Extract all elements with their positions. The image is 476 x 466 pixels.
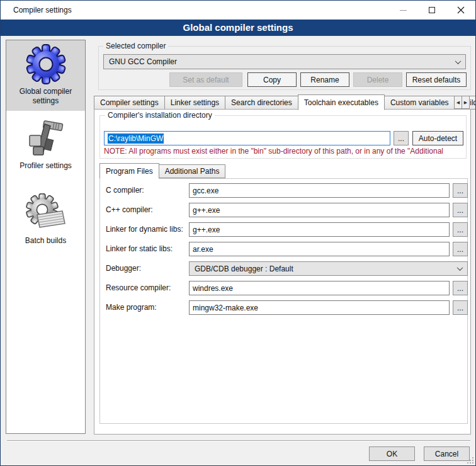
copy-button[interactable]: Copy [247,72,297,87]
toolchain-subtabstrip: Program Files Additional Paths [99,162,225,178]
static-linker-browse-button[interactable]: ... [453,242,468,256]
sidebar-item-global-compiler-settings[interactable]: Global compiler settings [6,40,85,111]
make-program-input[interactable]: mingw32-make.exe [189,300,450,315]
cancel-button[interactable]: Cancel [424,446,470,461]
selected-compiler-group-label: Selected compiler [103,42,168,50]
footer-divider [7,440,470,441]
auto-detect-button[interactable]: Auto-detect [412,131,463,145]
resource-compiler-value: windres.exe [193,284,233,293]
c-compiler-browse-button[interactable]: ... [453,183,468,198]
chevron-down-icon [457,264,463,271]
static-linker-value: ar.exe [193,245,213,254]
tab-linker-settings[interactable]: Linker settings [164,96,225,110]
gray-gear-papers-icon [26,193,66,234]
ok-button[interactable]: OK [369,446,415,461]
rename-button[interactable]: Rename [300,72,349,87]
compiler-select[interactable]: GNU GCC Compiler [103,54,466,69]
set-as-default-button[interactable]: Set as default [169,72,242,87]
dynamic-linker-browse-button[interactable]: ... [453,222,468,237]
blue-gear-icon [26,44,66,84]
titlebar[interactable]: Compiler settings [1,1,475,20]
subtab-additional-paths[interactable]: Additional Paths [159,164,226,178]
make-program-browse-button[interactable]: ... [453,300,468,315]
cpp-compiler-label: C++ compiler: [106,205,153,214]
chevron-down-icon [455,58,462,64]
cpp-compiler-input[interactable]: g++.exe [189,203,450,217]
cpp-compiler-value: g++.exe [193,206,220,215]
dialog-heading: Global compiler settings [1,20,475,36]
arrow-left-icon: ◀ [456,100,460,105]
bin-subdirectory-note: NOTE: All programs must exist either in … [104,147,464,156]
compiler-settings-dialog: Compiler settings Global compiler settin… [0,0,476,466]
arrow-right-icon: ▶ [464,100,467,105]
tab-toolchain-executables[interactable]: Toolchain executables [298,94,385,110]
installation-directory-group-label: Compiler's installation directory [105,111,215,120]
tab-scroll-right-button[interactable]: ▶ [462,96,470,109]
dynamic-linker-label: Linker for dynamic libs: [106,225,183,234]
dynamic-linker-value: g++.exe [193,225,220,234]
sidebar-item-label: Profiler settings [16,159,76,176]
maximize-button[interactable] [417,1,446,20]
resize-grip[interactable] [467,457,473,463]
c-compiler-value: gcc.exe [193,186,218,195]
sidebar-item-label: Batch builds [21,234,70,251]
debugger-value: GDB/CDB debugger : Default [195,264,454,273]
make-program-label: Make program: [106,303,157,312]
sidebar-item-label: Global compiler settings [6,84,85,111]
compiler-select-value: GNU GCC Compiler [109,57,452,66]
debugger-label: Debugger: [106,264,141,273]
delete-button[interactable]: Delete [353,72,402,87]
tab-compiler-settings[interactable]: Compiler settings [94,96,165,110]
resource-compiler-browse-button[interactable]: ... [453,281,468,295]
resource-compiler-input[interactable]: windres.exe [189,281,450,295]
maximize-icon [429,7,435,13]
installation-directory-input[interactable]: C:\raylib\MinGW [104,131,390,145]
dynamic-linker-input[interactable]: g++.exe [189,222,450,237]
subtab-program-files[interactable]: Program Files [99,163,159,179]
tab-custom-variables[interactable]: Custom variables [384,96,455,110]
sidebar-item-batch-builds[interactable]: Batch builds [6,190,85,251]
cpp-compiler-browse-button[interactable]: ... [453,203,468,217]
make-program-value: mingw32-make.exe [193,304,258,312]
tab-search-directories[interactable]: Search directories [225,96,298,110]
browse-directory-button[interactable]: ... [394,131,409,145]
minimize-icon [400,10,407,11]
minimize-button[interactable] [388,1,417,20]
toolchain-executables-page: Compiler's installation directory C:\ray… [94,109,471,435]
resource-compiler-label: Resource compiler: [106,283,171,292]
static-linker-label: Linker for static libs: [106,244,173,253]
tab-scroll-arrows: ◀ ▶ [455,96,470,109]
c-compiler-label: C compiler: [106,186,144,195]
close-icon [457,6,465,14]
debugger-select[interactable]: GDB/CDB debugger : Default [189,261,468,276]
c-compiler-input[interactable]: gcc.exe [189,183,450,198]
static-linker-input[interactable]: ar.exe [189,242,450,256]
window-title: Compiler settings [1,6,72,14]
sidebar-item-profiler-settings[interactable]: Profiler settings [6,115,85,176]
caliper-icon [26,118,66,159]
reset-defaults-button[interactable]: Reset defaults [406,72,467,87]
installation-directory-value: C:\raylib\MinGW [108,134,164,144]
settings-tabstrip: Compiler settings Linker settings Search… [94,93,476,110]
settings-sidebar: Global compiler settings Profiler settin… [6,40,86,434]
close-button[interactable] [446,1,475,20]
